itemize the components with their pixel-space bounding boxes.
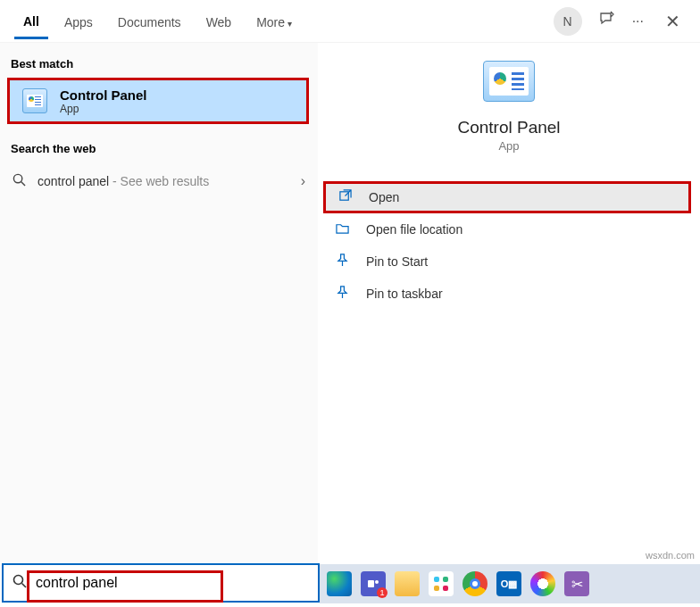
action-label: Open xyxy=(369,190,399,204)
taskbar-slack-icon[interactable] xyxy=(429,571,454,596)
open-icon xyxy=(338,189,356,205)
svg-point-3 xyxy=(14,576,23,585)
preview-title: Control Panel xyxy=(457,118,560,137)
tab-documents[interactable]: Documents xyxy=(109,4,190,38)
taskbar: O▩ ✂ xyxy=(320,564,700,603)
tab-all[interactable]: All xyxy=(14,4,48,39)
tab-more[interactable]: More xyxy=(247,4,301,38)
close-button[interactable]: ✕ xyxy=(660,11,686,32)
svg-point-6 xyxy=(375,580,379,584)
action-label: Pin to taskbar xyxy=(366,287,443,301)
taskbar-teams-icon[interactable] xyxy=(361,571,386,596)
action-label: Open file location xyxy=(366,222,462,237)
taskbar-edge-icon[interactable] xyxy=(327,571,352,596)
taskbar-paint-icon[interactable] xyxy=(530,571,555,596)
tab-apps[interactable]: Apps xyxy=(55,4,102,38)
preview-subtitle: App xyxy=(498,139,519,153)
watermark: wsxdn.com xyxy=(646,550,695,561)
svg-line-4 xyxy=(22,584,27,588)
action-label: Pin to Start xyxy=(366,254,428,269)
results-pane: Best match Control Panel App Search the … xyxy=(0,43,318,562)
pin-icon xyxy=(336,286,354,302)
more-options-icon[interactable]: ··· xyxy=(632,13,644,29)
control-panel-icon xyxy=(22,88,47,113)
result-subtitle: App xyxy=(60,103,147,115)
web-result[interactable]: control panel - See web results › xyxy=(0,164,318,198)
search-web-heading: Search the web xyxy=(0,137,318,161)
search-icon xyxy=(4,574,36,592)
search-box[interactable] xyxy=(2,563,320,603)
feedback-icon[interactable] xyxy=(598,11,616,32)
taskbar-outlook-icon[interactable]: O▩ xyxy=(496,571,521,596)
preview-pane: Control Panel App Open Open file locatio… xyxy=(318,43,700,562)
action-pin-taskbar[interactable]: Pin to taskbar xyxy=(318,278,700,310)
search-icon xyxy=(12,173,29,189)
svg-point-0 xyxy=(13,174,21,182)
taskbar-snip-icon[interactable]: ✂ xyxy=(564,571,589,596)
svg-line-1 xyxy=(21,182,25,186)
action-open-file-location[interactable]: Open file location xyxy=(318,213,700,245)
result-title: Control Panel xyxy=(60,87,147,103)
best-match-result[interactable]: Control Panel App xyxy=(7,78,309,124)
folder-icon xyxy=(336,221,354,237)
tab-web[interactable]: Web xyxy=(197,4,241,38)
svg-rect-5 xyxy=(368,580,374,587)
taskbar-chrome-icon[interactable] xyxy=(462,571,488,596)
search-input[interactable] xyxy=(36,565,318,601)
taskbar-explorer-icon[interactable] xyxy=(395,571,420,596)
control-panel-large-icon xyxy=(483,61,535,102)
chevron-right-icon: › xyxy=(301,173,305,189)
pin-icon xyxy=(336,254,354,270)
action-pin-start[interactable]: Pin to Start xyxy=(318,245,700,278)
action-open[interactable]: Open xyxy=(323,181,691,213)
user-avatar[interactable]: N xyxy=(554,7,582,36)
web-result-text: control panel - See web results xyxy=(38,174,209,188)
svg-rect-2 xyxy=(340,192,348,200)
filter-tabs: All Apps Documents Web More N ··· ✕ xyxy=(0,0,700,43)
best-match-heading: Best match xyxy=(0,52,318,76)
